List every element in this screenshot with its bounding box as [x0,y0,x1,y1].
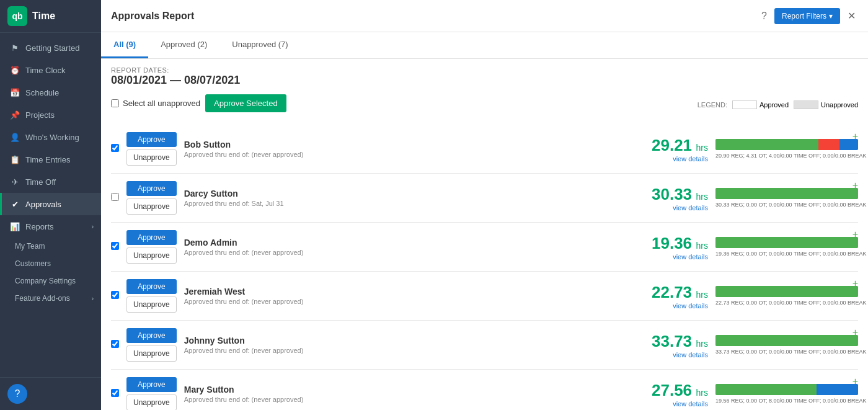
employee-checkbox[interactable] [111,193,119,201]
sidebar-item-reports[interactable]: 📊 Reports › [0,215,101,238]
sidebar-item-feature-add-ons[interactable]: Feature Add-ons › [0,290,101,307]
sidebar-item-whos-working[interactable]: 👤 Who's Working [0,126,101,148]
hours-value: 19.36 [652,234,692,252]
bar-area: 20.90 REG; 4.31 OT; 4.00/0.00 TIME OFF; … [715,139,858,159]
legend-unapproved-box [794,100,818,109]
sidebar-item-time-entries[interactable]: 📋 Time Entries [0,148,101,171]
tab-approved[interactable]: Approved (2) [148,32,219,58]
hours-display: 30.33 hrs view details [634,185,708,212]
row-actions: Approve Unapprove [126,377,177,410]
view-details-link[interactable]: view details [634,204,708,212]
report-body: REPORT DATES: 08/01/2021 — 08/07/2021 Se… [101,59,868,410]
sidebar-item-time-off[interactable]: ✈ Time Off [0,171,101,193]
bar-legend-text: 20.90 REG; 4.31 OT; 4.00/0.00 TIME OFF; … [715,153,858,159]
sidebar-item-label: Time Clock [25,66,94,75]
employee-name: Bob Sutton [184,140,626,149]
employee-checkbox[interactable] [111,291,119,299]
app-logo: qb [7,6,27,26]
select-all-label[interactable]: Select all unapproved [111,99,200,108]
modal-header: Approvals Report ? Report Filters ▾ ✕ [101,0,868,32]
sidebar-item-label: Approvals [25,200,94,209]
hours-value: 27.56 [652,381,692,399]
sidebar-item-approvals[interactable]: ✔ Approvals [0,193,101,215]
approve-selected-button[interactable]: Approve Selected [205,94,286,112]
view-details-link[interactable]: view details [634,351,708,359]
hours-unit: hrs [696,388,708,398]
getting-started-icon: ⚑ [9,42,20,53]
report-filters-button[interactable]: Report Filters ▾ [774,8,840,24]
bar-legend-text: 19.36 REG; 0.00 OT; 0.00/0.00 TIME OFF; … [715,251,858,257]
bar-chart [715,335,858,346]
report-dates-label: REPORT DATES: [111,66,858,74]
view-details-link[interactable]: view details [634,253,708,261]
row-checkbox-container [111,290,119,301]
row-actions: Approve Unapprove [126,279,177,313]
employee-name: Mary Sutton [184,385,626,394]
view-details-link[interactable]: view details [634,302,708,310]
approve-button[interactable]: Approve [126,181,177,196]
employee-info: Johnny Sutton Approved thru end of: (nev… [184,336,626,354]
employee-checkbox[interactable] [111,144,119,152]
bar-chart [715,237,858,248]
sidebar-item-label: Feature Add-ons [15,294,70,303]
employee-checkbox[interactable] [111,389,119,397]
unapprove-button[interactable]: Unapprove [126,247,177,264]
approve-button[interactable]: Approve [126,279,177,294]
help-icon-button[interactable]: ? [759,8,769,24]
chevron-down-icon: ▾ [829,12,833,20]
bar-chart [715,286,858,297]
hours-unit: hrs [696,143,708,153]
sidebar-item-customers[interactable]: Customers [0,255,101,272]
row-actions: Approve Unapprove [126,132,177,166]
bar-area: 30.33 REG; 0.00 OT; 0.00/0.00 TIME OFF; … [715,188,858,208]
sidebar-item-label: Time Entries [25,155,94,164]
sidebar-item-schedule[interactable]: 📅 Schedule [0,81,101,104]
toolbar: Select all unapproved Approve Selected [111,94,286,112]
bar-blue [817,384,858,395]
view-details-link[interactable]: view details [634,400,708,408]
sidebar-item-time-clock[interactable]: ⏰ Time Clock [0,59,101,81]
sidebar-nav: ⚑ Getting Started ⏰ Time Clock 📅 Schedul… [0,33,101,377]
sidebar-item-company-settings[interactable]: Company Settings [0,272,101,290]
whos-working-icon: 👤 [9,131,20,143]
bar-green [715,384,817,395]
bar-area: 19.36 REG; 0.00 OT; 0.00/0.00 TIME OFF; … [715,237,858,257]
unapprove-button[interactable]: Unapprove [126,198,177,215]
approved-thru: Approved thru end of: (never approved) [184,396,626,403]
bar-green [715,237,858,248]
header-actions: ? Report Filters ▾ ✕ [759,7,858,24]
bar-area: 19.56 REG; 0.00 OT; 8.00/0.00 TIME OFF; … [715,384,858,404]
sidebar-item-my-team[interactable]: My Team [0,238,101,255]
close-button[interactable]: ✕ [845,7,858,24]
hours-unit: hrs [696,192,708,202]
employee-info: Mary Sutton Approved thru end of: (never… [184,385,626,403]
unapprove-button[interactable]: Unapprove [126,296,177,313]
unapprove-button[interactable]: Unapprove [126,394,177,410]
time-clock-icon: ⏰ [9,65,20,76]
employee-list: + Approve Unapprove Bob Sutton Approved … [111,125,858,410]
select-all-checkbox[interactable] [111,99,119,107]
legend-approved: Approved [732,100,789,109]
tab-all[interactable]: All (9) [101,32,148,58]
approve-button[interactable]: Approve [126,377,177,392]
table-row: + Approve Unapprove Bob Sutton Approved … [111,125,858,174]
view-details-link[interactable]: view details [634,155,708,163]
sidebar-item-projects[interactable]: 📌 Projects [0,104,101,126]
employee-info: Demo Admin Approved thru end of: (never … [184,238,626,256]
sidebar-item-label: Getting Started [25,43,94,53]
hours-unit: hrs [696,339,708,349]
bar-red [818,139,840,150]
unapprove-button[interactable]: Unapprove [126,149,177,166]
bar-legend-text: 30.33 REG; 0.00 OT; 0.00/0.00 TIME OFF; … [715,202,858,208]
unapprove-button[interactable]: Unapprove [126,345,177,362]
sidebar-item-getting-started[interactable]: ⚑ Getting Started [0,37,101,59]
approve-button[interactable]: Approve [126,230,177,245]
approve-button[interactable]: Approve [126,328,177,343]
employee-checkbox[interactable] [111,242,119,250]
bar-green [715,188,858,199]
help-button[interactable]: ? [7,384,27,404]
bar-green [715,139,818,150]
approve-button[interactable]: Approve [126,132,177,147]
tab-unapproved[interactable]: Unapproved (7) [219,32,300,58]
employee-checkbox[interactable] [111,340,119,348]
